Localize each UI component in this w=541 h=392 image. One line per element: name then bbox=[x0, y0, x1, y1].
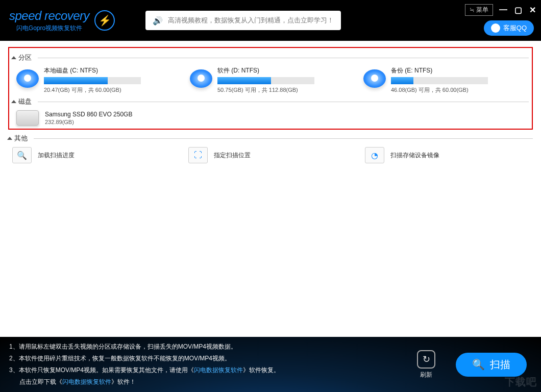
header-controls: ≒ 菜单 — ▢ ✕ bbox=[465, 4, 536, 16]
drive-stats: 20.47(GB) 可用，共 60.00(GB) bbox=[44, 86, 182, 94]
disk-section-header[interactable]: 磁盘 bbox=[12, 97, 529, 106]
speaker-icon: 🔊 bbox=[153, 16, 163, 26]
drive-info: 软件 (D: NTFS) 50.75(GB) 可用，共 112.88(GB) bbox=[217, 66, 355, 94]
disk-size: 232.89(GB) bbox=[45, 119, 132, 125]
qq-icon bbox=[491, 23, 500, 33]
logo-text: speed recovery bbox=[9, 9, 89, 23]
drive-name: 本地磁盘 (C: NTFS) bbox=[44, 66, 182, 75]
action-label: 加载扫描进度 bbox=[38, 151, 75, 160]
menu-button[interactable]: ≒ 菜单 bbox=[465, 4, 493, 16]
refresh-label: 刷新 bbox=[420, 371, 432, 379]
refresh-icon: ↻ bbox=[417, 350, 435, 369]
partition-title: 分区 bbox=[18, 53, 32, 62]
usage-fill bbox=[217, 77, 271, 84]
usage-fill bbox=[391, 77, 413, 84]
divider bbox=[34, 138, 533, 139]
tip-line-2: 2、本软件使用碎片重组技术，恢复一般数据恢复软件不能恢复的MOV/MP4视频。 bbox=[9, 353, 417, 364]
drive-info: 本地磁盘 (C: NTFS) 20.47(GB) 可用，共 60.00(GB) bbox=[44, 66, 182, 94]
download-link[interactable]: 闪电数据恢复软件 bbox=[62, 378, 111, 385]
partition-list: 本地磁盘 (C: NTFS) 20.47(GB) 可用，共 60.00(GB) … bbox=[16, 66, 529, 94]
window-controls: — ▢ ✕ bbox=[499, 5, 536, 15]
drive-name: 备份 (E: NTFS) bbox=[391, 66, 529, 75]
tip-line-3: 3、本软件只恢复MOV/MP4视频。如果需要恢复其他文件，请使用《闪电数据恢复软… bbox=[9, 364, 417, 376]
footer-bar: 1、请用鼠标左键双击丢失视频的分区或存储设备，扫描丢失的MOV/MP4视频数据。… bbox=[0, 337, 541, 392]
other-section-header[interactable]: 其他 bbox=[8, 134, 533, 143]
tutorial-banner[interactable]: 🔊 高清视频教程，数据恢复从入门到精通，点击立即学习！ bbox=[145, 11, 341, 30]
main-content: 分区 本地磁盘 (C: NTFS) 20.47(GB) 可用，共 60.00(G… bbox=[0, 41, 541, 337]
tutorial-text: 高清视频教程，数据恢复从入门到精通，点击立即学习！ bbox=[168, 16, 334, 25]
bolt-icon: ⚡ bbox=[94, 10, 115, 31]
usage-fill bbox=[44, 77, 108, 84]
disk-name: Samsung SSD 860 EVO 250GB bbox=[45, 111, 132, 118]
collapse-icon bbox=[7, 137, 12, 140]
usage-bar bbox=[217, 77, 314, 84]
drive-stats: 50.75(GB) 可用，共 112.88(GB) bbox=[217, 86, 355, 94]
scan-label: 扫描 bbox=[490, 358, 510, 372]
other-title: 其他 bbox=[14, 134, 28, 143]
load-scan-progress[interactable]: 🔍 加载扫描进度 bbox=[12, 147, 180, 163]
header-bar: speed recovery 闪电Gopro视频恢复软件 ⚡ 🔊 高清视频教程，… bbox=[0, 0, 541, 41]
usage-bar bbox=[391, 77, 488, 84]
customer-service-button[interactable]: 客服QQ bbox=[484, 20, 534, 36]
disk-title: 磁盘 bbox=[18, 97, 32, 106]
divider bbox=[38, 102, 529, 102]
other-actions: 🔍 加载扫描进度 ⛶ 指定扫描位置 ◔ 扫描存储设备镜像 bbox=[12, 147, 533, 163]
partition-section-header[interactable]: 分区 bbox=[12, 53, 529, 62]
magnify-icon: 🔍 bbox=[12, 147, 32, 163]
collapse-icon bbox=[11, 56, 16, 59]
divider bbox=[38, 58, 529, 58]
watermark: 下载吧 bbox=[505, 375, 537, 389]
disk-icon bbox=[363, 69, 386, 88]
specify-scan-location[interactable]: ⛶ 指定扫描位置 bbox=[188, 147, 356, 163]
maximize-button[interactable]: ▢ bbox=[514, 5, 522, 15]
minimize-button[interactable]: — bbox=[499, 5, 507, 15]
action-label: 指定扫描位置 bbox=[214, 151, 251, 160]
logo-subtitle: 闪电Gopro视频恢复软件 bbox=[16, 24, 82, 33]
refresh-button[interactable]: ↻ 刷新 bbox=[417, 350, 435, 379]
disk-info: Samsung SSD 860 EVO 250GB 232.89(GB) bbox=[45, 111, 132, 125]
action-label: 扫描存储设备镜像 bbox=[390, 151, 439, 160]
tip-line-4: 点击立即下载《闪电数据恢复软件》软件！ bbox=[9, 376, 417, 388]
disk-icon bbox=[16, 69, 39, 88]
partition-d[interactable]: 软件 (D: NTFS) 50.75(GB) 可用，共 112.88(GB) bbox=[190, 66, 355, 94]
collapse-icon bbox=[11, 100, 16, 103]
logo: speed recovery 闪电Gopro视频恢复软件 bbox=[9, 9, 89, 33]
highlighted-area: 分区 本地磁盘 (C: NTFS) 20.47(GB) 可用，共 60.00(G… bbox=[8, 47, 533, 130]
target-icon: ⛶ bbox=[188, 147, 208, 163]
close-button[interactable]: ✕ bbox=[529, 5, 536, 15]
disk-item[interactable]: Samsung SSD 860 EVO 250GB 232.89(GB) bbox=[16, 110, 529, 126]
partition-c[interactable]: 本地磁盘 (C: NTFS) 20.47(GB) 可用，共 60.00(GB) bbox=[16, 66, 182, 94]
search-icon: 🔍 bbox=[472, 358, 485, 371]
tips-text: 1、请用鼠标左键双击丢失视频的分区或存储设备，扫描丢失的MOV/MP4视频数据。… bbox=[9, 341, 417, 387]
drive-stats: 46.08(GB) 可用，共 60.00(GB) bbox=[391, 86, 529, 94]
tip-line-1: 1、请用鼠标左键双击丢失视频的分区或存储设备，扫描丢失的MOV/MP4视频数据。 bbox=[9, 341, 417, 353]
recovery-software-link[interactable]: 闪电数据恢复软件 bbox=[194, 366, 243, 374]
usage-bar bbox=[44, 77, 141, 84]
scan-device-image[interactable]: ◔ 扫描存储设备镜像 bbox=[365, 147, 533, 163]
pie-icon: ◔ bbox=[365, 147, 384, 163]
ssd-icon bbox=[16, 110, 39, 126]
partition-e[interactable]: 备份 (E: NTFS) 46.08(GB) 可用，共 60.00(GB) bbox=[363, 66, 529, 94]
drive-name: 软件 (D: NTFS) bbox=[217, 66, 355, 75]
disk-icon bbox=[190, 69, 212, 88]
qq-label: 客服QQ bbox=[503, 23, 527, 33]
scan-button[interactable]: 🔍 扫描 bbox=[456, 353, 527, 377]
drive-info: 备份 (E: NTFS) 46.08(GB) 可用，共 60.00(GB) bbox=[391, 66, 529, 94]
